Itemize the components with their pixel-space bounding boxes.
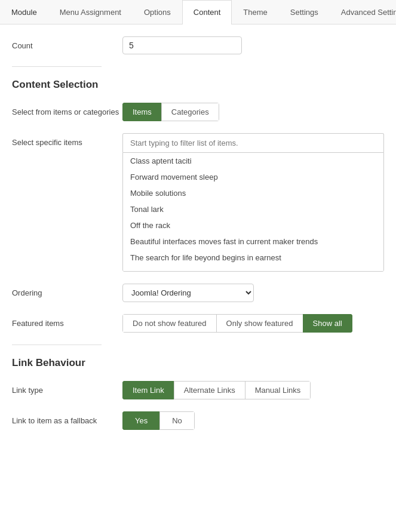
list-item[interactable]: The search for life beyond begins in ear… — [123, 250, 383, 266]
items-button[interactable]: Items — [122, 103, 161, 121]
specific-items-control: Class aptent tacitiForward movement slee… — [122, 133, 384, 272]
no-button[interactable]: No — [159, 411, 195, 430]
alternate-links-button[interactable]: Alternate Links — [174, 381, 245, 399]
ordering-row: Ordering Joomla! OrderingTitleDateRandom — [12, 284, 384, 302]
list-item[interactable]: Still life still animating stillness - a… — [123, 266, 383, 272]
tab-module[interactable]: Module — [0, 0, 48, 24]
tab-content[interactable]: Content — [182, 0, 232, 24]
count-control — [122, 36, 384, 54]
filter-wrapper — [122, 133, 384, 152]
content-selection-title: Content Selection — [12, 79, 384, 91]
count-row: Count — [12, 36, 384, 54]
item-link-button[interactable]: Item Link — [122, 381, 174, 399]
list-item[interactable]: Tonal lark — [123, 201, 383, 217]
ordering-select[interactable]: Joomla! OrderingTitleDateRandom — [122, 284, 254, 302]
list-item[interactable]: Off the rack — [123, 217, 383, 233]
tab-menu-assignment[interactable]: Menu Assignment — [48, 0, 133, 24]
count-label: Count — [12, 36, 122, 50]
link-type-row: Link type Item Link Alternate Links Manu… — [12, 381, 384, 399]
fallback-row: Link to item as a fallback Yes No — [12, 411, 384, 430]
list-item[interactable]: Forward movement sleep — [123, 169, 383, 185]
yes-no-btngroup: Yes No — [122, 411, 195, 430]
yes-button[interactable]: Yes — [122, 411, 159, 430]
tab-advanced-settings[interactable]: Advanced Settings — [330, 0, 396, 24]
link-type-label: Link type — [12, 381, 122, 395]
tab-settings[interactable]: Settings — [279, 0, 330, 24]
only-show-featured-button[interactable]: Only show featured — [216, 314, 303, 333]
tab-options[interactable]: Options — [133, 0, 182, 24]
link-behaviour-title: Link Behaviour — [12, 357, 384, 369]
section-divider-bottom — [12, 345, 102, 345]
specific-items-label: Select specific items — [12, 133, 122, 147]
featured-items-row: Featured items Do not show featured Only… — [12, 314, 384, 333]
link-type-control: Item Link Alternate Links Manual Links — [122, 381, 384, 399]
featured-items-control: Do not show featured Only show featured … — [122, 314, 384, 333]
ordering-label: Ordering — [12, 284, 122, 297]
do-not-show-featured-button[interactable]: Do not show featured — [122, 314, 216, 333]
items-categories-row: Select from items or categories Items Ca… — [12, 103, 384, 121]
link-type-btngroup: Item Link Alternate Links Manual Links — [122, 381, 311, 399]
featured-items-label: Featured items — [12, 314, 122, 328]
items-categories-label: Select from items or categories — [12, 103, 122, 116]
featured-btngroup: Do not show featured Only show featured … — [122, 314, 352, 333]
list-item[interactable]: Mobile solutions — [123, 185, 383, 201]
items-categories-btngroup: Items Categories — [122, 103, 219, 121]
manual-links-button[interactable]: Manual Links — [245, 381, 311, 399]
show-all-button[interactable]: Show all — [303, 314, 352, 333]
filter-input[interactable] — [123, 134, 383, 152]
ordering-control: Joomla! OrderingTitleDateRandom — [122, 284, 384, 302]
list-item[interactable]: Beautiful interfaces moves fast in curre… — [123, 233, 383, 250]
section-divider-top — [12, 66, 102, 67]
fallback-label: Link to item as a fallback — [12, 411, 122, 425]
specific-items-row: Select specific items Class aptent tacit… — [12, 133, 384, 272]
list-item[interactable]: Class aptent taciti — [123, 153, 383, 169]
main-content: Count Content Selection Select from item… — [0, 24, 396, 454]
tab-theme[interactable]: Theme — [232, 0, 278, 24]
fallback-control: Yes No — [122, 411, 384, 430]
tabs-bar: Module Menu Assignment Options Content T… — [0, 0, 396, 24]
categories-button[interactable]: Categories — [161, 103, 219, 121]
items-categories-control: Items Categories — [122, 103, 384, 121]
count-input[interactable] — [122, 36, 242, 54]
items-list: Class aptent tacitiForward movement slee… — [122, 152, 384, 272]
